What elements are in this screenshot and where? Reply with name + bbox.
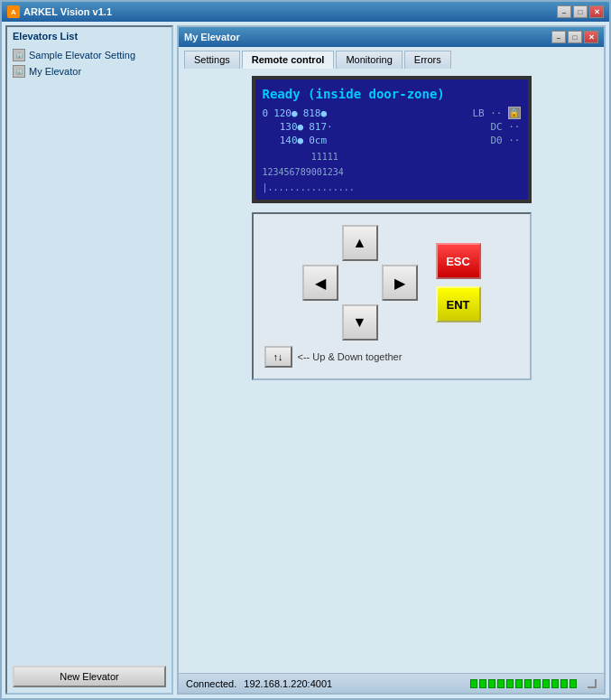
display-row-1: 0 120● 818● LB ·· 🔒 bbox=[263, 107, 521, 119]
sidebar-title: Elevators List bbox=[9, 29, 170, 43]
status-led-1 bbox=[470, 679, 477, 688]
display-cursor-row: |................ bbox=[263, 182, 521, 192]
status-led-5 bbox=[506, 679, 514, 688]
row3-label: D0 ·· bbox=[490, 135, 520, 146]
display-binary-row: 123456789001234 bbox=[263, 167, 521, 177]
both-description: <-- Up & Down together bbox=[298, 351, 403, 362]
status-led-11 bbox=[560, 679, 568, 688]
display-panel: Ready (inside door-zone) 0 120● 818● LB … bbox=[252, 76, 532, 203]
ent-button[interactable]: ENT bbox=[436, 286, 481, 322]
inner-window: My Elevator – □ ✕ Settings Remote contro… bbox=[177, 25, 606, 695]
minimize-button[interactable]: – bbox=[557, 5, 571, 18]
down-arrow-button[interactable]: ▼ bbox=[342, 304, 378, 341]
cursor-indicator: |................ bbox=[263, 182, 355, 192]
maximize-button[interactable]: □ bbox=[573, 5, 588, 18]
inner-maximize-button[interactable]: □ bbox=[568, 31, 582, 43]
binary-label: 123456789001234 bbox=[263, 167, 344, 177]
grid-empty-bottomleft bbox=[302, 304, 338, 341]
elevator-icon-1: 🏢 bbox=[13, 49, 25, 61]
title-bar: A ARKEL Vision v1.1 – □ ✕ bbox=[2, 2, 609, 22]
status-led-6 bbox=[515, 679, 523, 688]
inner-minimize-button[interactable]: – bbox=[551, 31, 566, 43]
status-led-12 bbox=[569, 679, 577, 688]
status-leds bbox=[470, 679, 577, 688]
row2-val1: 130● bbox=[280, 121, 304, 133]
row2-spacer bbox=[263, 121, 274, 133]
title-bar-buttons: – □ ✕ bbox=[557, 5, 604, 18]
control-pad: ▲ ◀ ▶ ▼ ESC bbox=[252, 212, 532, 380]
inner-content: Ready (inside door-zone) 0 120● 818● LB … bbox=[179, 69, 604, 673]
up-down-arrows-label: ↑↓ bbox=[273, 351, 283, 362]
arrow-grid: ▲ ◀ ▶ ▼ bbox=[302, 225, 418, 341]
row2-val2: 817· bbox=[309, 121, 333, 133]
row1-label: LB ·· bbox=[472, 107, 502, 119]
inner-close-button[interactable]: ✕ bbox=[584, 31, 598, 43]
app-icon: A bbox=[7, 5, 20, 18]
right-arrow-button[interactable]: ▶ bbox=[382, 265, 418, 301]
row1-val1: 120● bbox=[273, 107, 298, 119]
display-row-2: 130● 817· DC ·· bbox=[263, 121, 521, 133]
row2-label: DC ·· bbox=[490, 121, 520, 133]
up-down-both-button[interactable]: ↑↓ bbox=[264, 346, 292, 368]
tab-errors[interactable]: Errors bbox=[404, 51, 451, 69]
row3-val1: 140● bbox=[280, 135, 304, 146]
sidebar-item-label-2: My Elevator bbox=[29, 66, 81, 77]
elevator-icon-2: 🏢 bbox=[13, 65, 25, 78]
esc-button[interactable]: ESC bbox=[436, 243, 481, 279]
lock-icon: 🔒 bbox=[508, 107, 521, 119]
status-led-2 bbox=[479, 679, 486, 688]
sidebar-item-sample[interactable]: 🏢 Sample Elevator Setting bbox=[9, 47, 170, 63]
ip-port: 192.168.1.220:4001 bbox=[244, 678, 332, 689]
sidebar-spacer bbox=[9, 79, 170, 662]
main-content: Elevators List 🏢 Sample Elevator Setting… bbox=[2, 22, 609, 698]
tab-remote-control[interactable]: Remote control bbox=[242, 51, 335, 69]
tab-settings[interactable]: Settings bbox=[184, 51, 240, 69]
display-status-text: Ready (inside door-zone) bbox=[263, 87, 521, 101]
sidebar-item-label-1: Sample Elevator Setting bbox=[29, 50, 135, 61]
app-title: ARKEL Vision v1.1 bbox=[23, 6, 112, 17]
title-bar-left: A ARKEL Vision v1.1 bbox=[7, 5, 112, 18]
left-arrow-button[interactable]: ◀ bbox=[302, 265, 338, 301]
status-led-7 bbox=[524, 679, 532, 688]
close-button[interactable]: ✕ bbox=[589, 5, 604, 18]
status-bar: Connected. 192.168.1.220:4001 bbox=[179, 673, 604, 693]
status-led-10 bbox=[551, 679, 559, 688]
both-button-row: ↑↓ <-- Up & Down together bbox=[264, 346, 519, 368]
display-binary-header: 11111 bbox=[263, 152, 521, 162]
row3-val2: 0cm bbox=[309, 135, 327, 146]
inner-window-title: My Elevator bbox=[184, 32, 240, 42]
tab-monitoring[interactable]: Monitoring bbox=[336, 51, 402, 69]
grid-empty-bottomright bbox=[382, 304, 418, 341]
display-row-3: 140● 0cm D0 ·· bbox=[263, 135, 521, 146]
grid-empty-topleft bbox=[302, 225, 338, 261]
action-buttons: ESC ENT bbox=[436, 225, 481, 341]
inner-title-buttons: – □ ✕ bbox=[551, 31, 598, 43]
control-buttons-area: ▲ ◀ ▶ ▼ ESC bbox=[264, 225, 519, 341]
sidebar-item-my-elevator[interactable]: 🏢 My Elevator bbox=[9, 63, 170, 79]
status-led-9 bbox=[542, 679, 550, 688]
sidebar: Elevators List 🏢 Sample Elevator Setting… bbox=[5, 25, 173, 695]
row1-val2: 818● bbox=[303, 107, 328, 119]
row3-spacer bbox=[263, 135, 274, 146]
connection-status: Connected. bbox=[186, 678, 236, 689]
inner-title-bar: My Elevator – □ ✕ bbox=[179, 27, 604, 47]
grid-empty-topright bbox=[382, 225, 418, 261]
row1-num: 0 bbox=[263, 107, 269, 119]
tabs-bar: Settings Remote control Monitoring Error… bbox=[179, 47, 604, 69]
status-led-3 bbox=[488, 679, 495, 688]
main-window: A ARKEL Vision v1.1 – □ ✕ Elevators List… bbox=[0, 0, 611, 700]
status-led-4 bbox=[497, 679, 505, 688]
grid-center-empty bbox=[342, 265, 378, 301]
status-led-8 bbox=[533, 679, 541, 688]
up-arrow-button[interactable]: ▲ bbox=[342, 225, 378, 261]
new-elevator-button[interactable]: New Elevator bbox=[13, 666, 166, 687]
resize-grip-icon bbox=[588, 679, 597, 688]
display-rows: 0 120● 818● LB ·· 🔒 130● 817· DC ·· bbox=[263, 107, 521, 192]
